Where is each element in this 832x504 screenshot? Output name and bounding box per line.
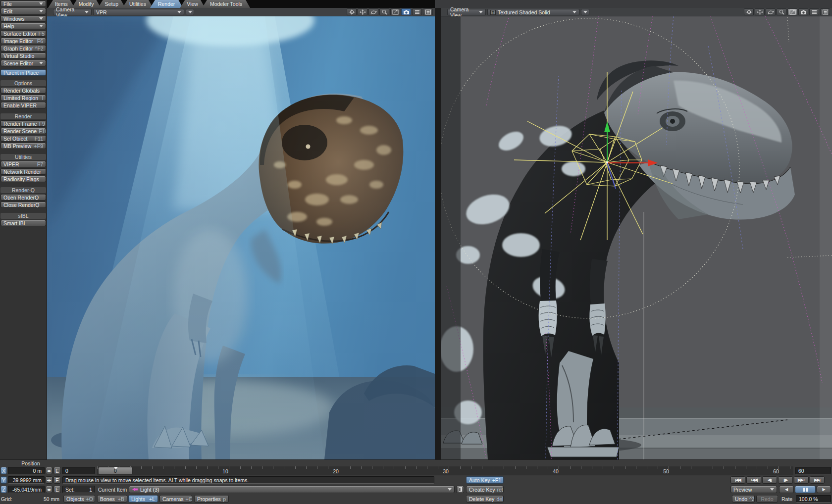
position-y-field[interactable]: 39.9992 mm xyxy=(8,476,45,484)
image-editor-button[interactable]: Image Editor F6 xyxy=(0,38,46,44)
preview-dropdown[interactable]: Preview xyxy=(730,486,777,493)
shaded-3d-view[interactable] xyxy=(441,16,832,459)
z-envelope-button[interactable]: E xyxy=(53,486,61,493)
smart-ibl-label: Smart IBL xyxy=(3,220,27,226)
z-spinner[interactable]: ◀▶ xyxy=(46,486,52,493)
virtual-studio-button[interactable]: Virtual Studio xyxy=(0,52,46,59)
zoom-icon[interactable] xyxy=(379,8,389,15)
tab-modeler-tools[interactable]: Modeler Tools xyxy=(202,0,250,8)
parent-in-place-button[interactable]: Parent in Place xyxy=(0,69,46,76)
limited-region-button[interactable]: Limited Region l xyxy=(0,95,46,101)
right-render-mode-dropdown[interactable]: T Textured Shaded Solid xyxy=(487,9,579,15)
right-view-type-dropdown[interactable]: Camera View xyxy=(447,9,486,15)
enable-viper-button[interactable]: Enable VIPER xyxy=(0,102,46,108)
item-properties-mini-button[interactable] xyxy=(456,486,464,493)
undo-button[interactable]: Undo ^Z xyxy=(732,495,755,503)
properties-button[interactable]: Properties p xyxy=(194,495,229,503)
tab-setup[interactable]: Setup xyxy=(98,0,125,8)
open-renderq-button[interactable]: Open RenderQ xyxy=(0,194,46,201)
close-renderq-button[interactable]: Close RenderQ xyxy=(0,202,46,208)
viewport-divider[interactable] xyxy=(435,8,441,459)
axis-z-button[interactable]: Z xyxy=(0,486,7,493)
axis-x-button[interactable]: X xyxy=(0,467,7,474)
shortcut: del xyxy=(494,496,503,502)
surface-editor-button[interactable]: Surface Editor F5 xyxy=(0,30,46,37)
sel-object-button[interactable]: Sel Object F11 xyxy=(0,135,46,142)
x-spinner[interactable]: ◀▶ xyxy=(46,467,52,474)
mb-preview-button[interactable]: MB Preview +F9 xyxy=(0,143,46,149)
menu-edit[interactable]: Edit xyxy=(0,8,46,14)
prev-frame-button[interactable]: ◀|| xyxy=(762,476,777,484)
maximize-icon[interactable] xyxy=(390,8,400,15)
network-render-button[interactable]: Network Render xyxy=(0,168,46,175)
play-reverse-button[interactable]: ◀ xyxy=(779,486,794,493)
tab-render[interactable]: Render xyxy=(150,0,183,8)
pan-icon[interactable] xyxy=(744,8,754,15)
menu-windows[interactable]: Windows xyxy=(0,15,46,22)
left-render-mode-dropdown[interactable]: VPR xyxy=(93,9,184,15)
zoom-icon[interactable] xyxy=(777,8,786,15)
shortcut: F11 xyxy=(33,136,43,142)
right-viewport-menu-dropdown[interactable] xyxy=(581,9,589,15)
menu-help[interactable]: Help xyxy=(0,23,46,29)
left-viewport-menu-dropdown[interactable] xyxy=(186,9,194,15)
menu-file[interactable]: File xyxy=(0,0,46,7)
y-spinner[interactable]: ◀▶ xyxy=(46,476,52,484)
y-envelope-button[interactable]: E xyxy=(53,476,61,484)
current-item-dropdown[interactable]: Light (3) xyxy=(129,486,455,493)
rotate-icon[interactable] xyxy=(766,8,776,15)
next-frame-button[interactable]: ||▶ xyxy=(778,476,793,484)
current-frame-field[interactable]: 0 xyxy=(62,467,95,474)
smart-ibl-button[interactable]: Smart IBL xyxy=(0,220,46,226)
position-z-field[interactable]: -65.0419mm xyxy=(8,486,45,493)
vpr-render-view[interactable] xyxy=(47,16,435,459)
move-icon[interactable] xyxy=(755,8,765,15)
play-forward-button[interactable]: ▶ xyxy=(817,486,831,493)
render-globals-button[interactable]: Render Globals xyxy=(0,87,46,94)
network-render-label: Network Render xyxy=(3,169,41,175)
left-view-type-dropdown[interactable]: Camera View xyxy=(53,9,92,15)
x-envelope-button[interactable]: E xyxy=(53,467,61,474)
go-to-end-button[interactable]: ▶▶| xyxy=(810,476,825,484)
go-to-start-button[interactable]: |◀◀ xyxy=(730,476,745,484)
rate-field[interactable]: 100.0 % xyxy=(796,495,831,503)
open-renderq-label: Open RenderQ xyxy=(3,195,39,201)
surface-editor-label: Surface Editor xyxy=(3,31,37,37)
create-key-button[interactable]: Create Key ret xyxy=(466,486,504,493)
render-frame-button[interactable]: Render Frame F9 xyxy=(0,120,46,127)
radiosity-flags-button[interactable]: Radiosity Flags xyxy=(0,176,46,182)
prev-key-button[interactable]: +◀◀ xyxy=(746,476,761,484)
camera-icon[interactable] xyxy=(401,8,411,15)
move-icon[interactable] xyxy=(358,8,367,15)
frame-slider-handle[interactable]: 0 xyxy=(98,467,133,475)
tab-view[interactable]: View xyxy=(180,0,205,8)
lights-button[interactable]: Lights +L xyxy=(128,495,158,503)
axis-y-button[interactable]: Y xyxy=(0,476,7,484)
next-key-button[interactable]: ▶▶+ xyxy=(794,476,809,484)
camera-icon[interactable] xyxy=(798,8,808,15)
position-x-field[interactable]: 0 m xyxy=(8,467,45,474)
objects-button[interactable]: Objects +O xyxy=(63,495,95,503)
menu-help-label: Help xyxy=(3,23,14,29)
menu-icon[interactable] xyxy=(809,8,819,15)
graph-editor-button[interactable]: Graph Editor ^F2 xyxy=(0,45,46,51)
last-frame-field[interactable]: 60 xyxy=(795,467,831,474)
viper-button[interactable]: VIPER F7 xyxy=(0,161,46,167)
menu-icon[interactable] xyxy=(412,8,422,15)
scene-editor-button[interactable]: Scene Editor xyxy=(0,60,46,66)
redo-button[interactable]: Redo xyxy=(756,495,778,503)
pan-icon[interactable] xyxy=(347,8,357,15)
render-scene-button[interactable]: Render Scene F10 xyxy=(0,128,46,134)
bones-button[interactable]: Bones +B xyxy=(97,495,127,503)
layout-icon[interactable] xyxy=(820,8,830,15)
cameras-button[interactable]: Cameras +C xyxy=(159,495,192,503)
maximize-icon[interactable] xyxy=(787,8,797,15)
layout-icon[interactable] xyxy=(423,8,433,15)
auto-key-button[interactable]: Auto Key +F1 xyxy=(466,476,504,484)
delete-key-button[interactable]: Delete Key del xyxy=(466,495,504,503)
rotate-icon[interactable] xyxy=(368,8,378,15)
envelope-label: E xyxy=(55,468,59,474)
tab-utilities[interactable]: Utilities xyxy=(122,0,153,8)
timeline-ruler[interactable]: 10 20 30 40 50 60 0 xyxy=(97,466,793,475)
pause-button[interactable] xyxy=(795,486,816,493)
